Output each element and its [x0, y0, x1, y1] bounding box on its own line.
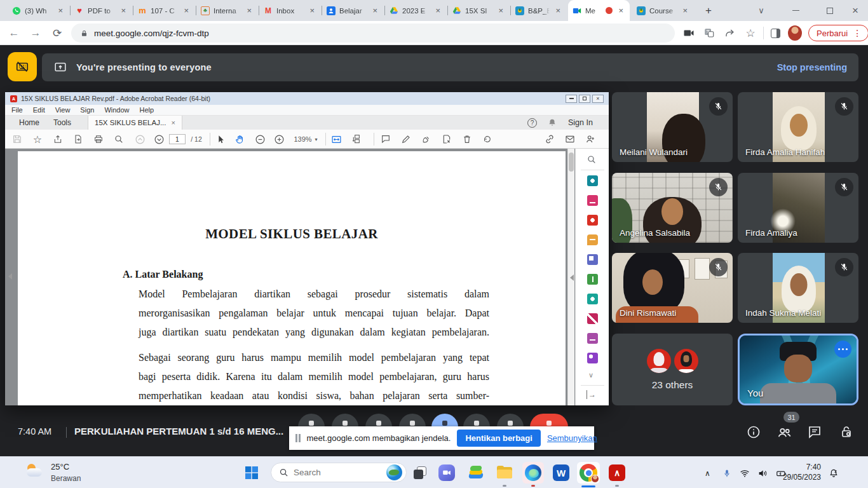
organize-pages-tool-icon[interactable]	[587, 294, 598, 304]
bluestacks-icon[interactable]	[467, 464, 485, 482]
menu-help[interactable]: Help	[140, 106, 154, 114]
update-chrome-button[interactable]: Perbarui ⋮	[808, 25, 868, 41]
export-excel-tool-icon[interactable]	[587, 274, 598, 285]
participant-tile-meilani[interactable]: Meilani Wulandari	[612, 92, 733, 162]
taskbar-search[interactable]	[271, 463, 407, 482]
wifi-icon[interactable]	[739, 468, 750, 478]
tab-drive-15x[interactable]: 15X SI ×	[448, 0, 510, 21]
favorites-star-icon[interactable]: ☆	[32, 133, 43, 145]
omnibox[interactable]: meet.google.com/qjz-fcvm-dtp	[71, 24, 675, 43]
fit-width-icon[interactable]	[330, 133, 342, 145]
expand-panel-icon[interactable]: →	[587, 390, 596, 399]
help-circle-icon[interactable]: ?	[521, 116, 543, 130]
volume-icon[interactable]	[757, 468, 768, 478]
acrobat-restore-button[interactable]	[579, 95, 590, 103]
tab-search-chevron-icon[interactable]: ∨	[749, 0, 774, 21]
notifications-bell-icon[interactable]	[541, 116, 563, 130]
request-signatures-tool-icon[interactable]	[587, 353, 598, 363]
notification-bell-icon[interactable]	[828, 468, 839, 478]
tab-belajar[interactable]: Belajar ×	[322, 0, 384, 21]
tab-close-icon[interactable]: ×	[245, 6, 254, 15]
kebab-menu-icon[interactable]: ⋮	[853, 28, 862, 38]
new-tab-button[interactable]: +	[699, 0, 718, 21]
email-icon[interactable]	[564, 133, 576, 145]
tab-course[interactable]: Course ×	[632, 0, 694, 21]
menu-view[interactable]: View	[55, 106, 71, 114]
fill-sign-tool-icon[interactable]	[587, 313, 598, 324]
tools-panel-collapse-arrow[interactable]	[570, 274, 574, 281]
chat-app-icon[interactable]	[438, 464, 456, 482]
participant-tile-dini[interactable]: Dini Rismawati	[612, 253, 733, 323]
tab-close-icon[interactable]: ×	[370, 6, 379, 15]
back-icon[interactable]: ←	[6, 25, 22, 41]
sign-in-account-icon[interactable]	[585, 133, 596, 145]
sign-in-button[interactable]: Sign In	[562, 116, 599, 130]
hand-tool-icon[interactable]	[234, 133, 245, 145]
tab-close-icon[interactable]: ×	[553, 6, 562, 15]
tab-whatsapp[interactable]: (3) Wh ×	[8, 0, 69, 21]
prepare-form-tool-icon[interactable]	[587, 333, 598, 344]
tab-document[interactable]: 15X SIKLUS BELAJ... ×	[88, 116, 182, 130]
tab-close-icon[interactable]: ×	[56, 6, 65, 15]
tile-options-button[interactable]	[834, 341, 851, 358]
menu-sign[interactable]: Sign	[80, 106, 94, 114]
search-input[interactable]	[294, 468, 376, 477]
stop-sharing-button[interactable]: Hentikan berbagi	[457, 430, 540, 447]
protect-link-icon[interactable]	[544, 133, 555, 145]
tray-expand-chevron-icon[interactable]: ∧	[702, 468, 713, 478]
start-button[interactable]	[244, 465, 259, 480]
hide-toast-link[interactable]: Sembunyikan	[547, 433, 597, 443]
page-number-input[interactable]: 1	[169, 134, 186, 144]
participant-tile-firda-amalia[interactable]: Firda Amalia Hanifah	[738, 92, 858, 162]
next-page-icon[interactable]	[153, 133, 165, 145]
menu-window[interactable]: Window	[104, 106, 129, 114]
chat-icon[interactable]	[807, 424, 824, 441]
page-display-icon[interactable]	[351, 133, 363, 145]
tab-close-icon[interactable]: ×	[681, 6, 689, 15]
task-view-icon[interactable]	[413, 465, 428, 480]
weather-icon[interactable]	[25, 463, 46, 483]
create-pdf-tool-icon[interactable]	[587, 215, 598, 226]
comment-icon[interactable]	[380, 133, 391, 145]
acrobat-close-button[interactable]: ×	[592, 95, 604, 103]
previous-page-icon[interactable]	[134, 133, 146, 145]
document-tab-close-icon[interactable]: ×	[172, 119, 175, 126]
participant-tile-angelina[interactable]: Angelina Salsabila	[612, 173, 733, 243]
maximize-window-button[interactable]	[817, 0, 843, 21]
edit-pdf-tool-icon[interactable]	[587, 195, 598, 206]
comment-tool-icon[interactable]	[587, 234, 598, 245]
combine-files-tool-icon[interactable]	[587, 254, 598, 265]
tab-meet-active[interactable]: Me ×	[568, 0, 630, 21]
tab-bp[interactable]: B&P_B ×	[511, 0, 567, 21]
translate-icon[interactable]	[702, 26, 716, 40]
edge-icon[interactable]	[522, 462, 544, 484]
weather-summary[interactable]: 25°C Berawan	[51, 461, 81, 484]
save-icon[interactable]	[11, 133, 23, 145]
menu-edit[interactable]: Edit	[33, 106, 45, 114]
tab-close-icon[interactable]: ×	[182, 6, 191, 15]
rotate-icon[interactable]	[482, 133, 493, 145]
nav-pane-collapse-arrow[interactable]	[8, 273, 12, 280]
print-icon[interactable]	[93, 133, 104, 145]
file-explorer-icon[interactable]	[496, 464, 513, 482]
participants-icon[interactable]	[776, 424, 793, 441]
tab-ilovepdf[interactable]: ♥ PDF to ×	[71, 0, 132, 21]
tab-close-icon[interactable]: ×	[308, 6, 316, 15]
close-window-button[interactable]: ×	[843, 0, 868, 21]
host-controls-icon[interactable]	[839, 424, 855, 441]
pencil-icon[interactable]	[400, 133, 412, 145]
meeting-details-icon[interactable]	[746, 424, 763, 441]
select-tool-icon[interactable]	[215, 133, 226, 145]
zoom-out-icon[interactable]	[254, 133, 266, 145]
export-page-icon[interactable]	[72, 133, 84, 145]
forward-icon[interactable]: →	[28, 25, 43, 41]
share-file-icon[interactable]	[52, 133, 64, 145]
word-icon[interactable]: W	[552, 464, 570, 482]
zoom-in-icon[interactable]	[273, 133, 285, 145]
zoom-level-select[interactable]: 139%▾	[291, 133, 320, 145]
side-panel-icon[interactable]	[768, 26, 782, 40]
fill-sign-icon[interactable]	[421, 133, 432, 145]
minimize-window-button[interactable]	[783, 0, 808, 21]
tab-close-icon[interactable]: ×	[433, 6, 442, 15]
tab-internship[interactable]: ♣ Interna ×	[196, 0, 258, 21]
